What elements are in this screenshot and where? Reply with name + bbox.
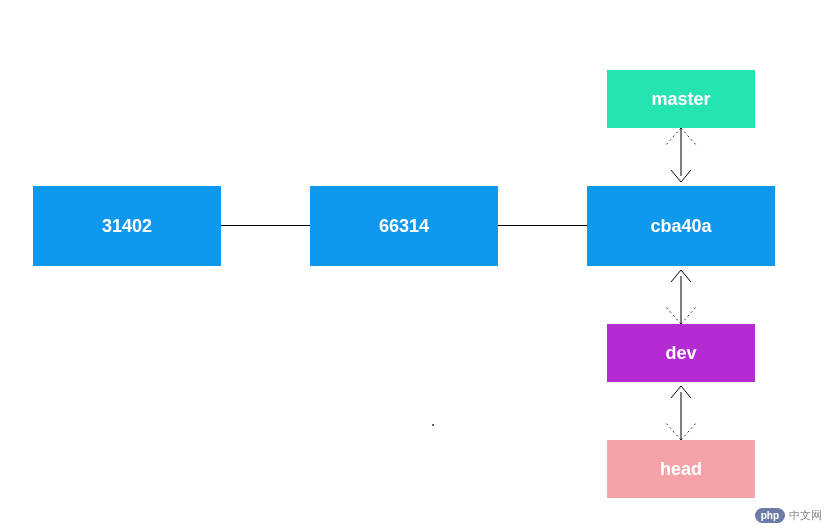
svg-line-2 [681, 128, 697, 146]
arrow-master-to-commit [657, 128, 705, 186]
commit-label: 66314 [379, 216, 429, 237]
svg-line-4 [665, 306, 681, 324]
svg-line-7 [665, 422, 681, 440]
ref-dev: dev [607, 324, 755, 382]
svg-line-5 [681, 306, 697, 324]
ref-label: master [651, 89, 710, 110]
svg-line-8 [681, 422, 697, 440]
watermark: php 中文网 [755, 508, 822, 523]
arrow-dev-to-commit [657, 266, 705, 324]
stray-dot [432, 424, 434, 426]
watermark-badge: php [755, 508, 785, 523]
ref-label: dev [665, 343, 696, 364]
ref-head: head [607, 440, 755, 498]
watermark-text: 中文网 [789, 508, 822, 523]
arrow-head-to-dev [657, 382, 705, 440]
connector-c2-c3 [498, 225, 587, 226]
commit-label: 31402 [102, 216, 152, 237]
connector-c1-c2 [221, 225, 310, 226]
commit-box-2: 66314 [310, 186, 498, 266]
commit-box-1: 31402 [33, 186, 221, 266]
commit-box-3: cba40a [587, 186, 775, 266]
commit-label: cba40a [650, 216, 711, 237]
ref-master: master [607, 70, 755, 128]
svg-line-1 [665, 128, 681, 146]
ref-label: head [660, 459, 702, 480]
